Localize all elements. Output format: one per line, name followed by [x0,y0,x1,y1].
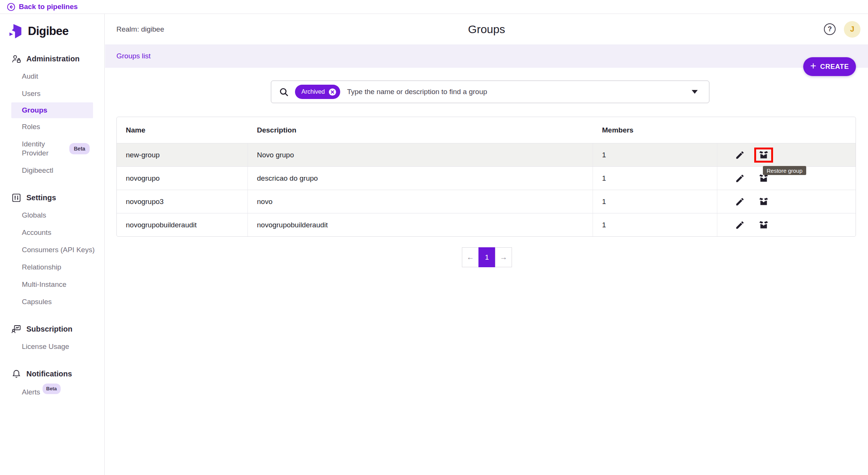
table-row-novogrupobuilderaudit: novogrupobuilderaudit novogrupobuilderau… [117,213,856,236]
subscription-header: Subscription [0,320,104,338]
sidebar-item-capsules[interactable]: Capsules [0,293,104,311]
table-row-new-group: new-group Novo grupo 1 [117,143,856,166]
search-input[interactable] [347,88,692,96]
main-content: Realm: digibee Groups ? J Groups list + … [105,14,868,475]
admin-user-lock-icon [11,54,21,64]
nav-section-administration: Administration Audit Users Groups Roles … [0,50,104,179]
tab-groups-list[interactable]: Groups list [116,52,151,60]
notifications-label: Notifications [26,370,72,378]
chip-remove-icon[interactable] [328,88,337,96]
capsules-label: Capsules [22,297,52,306]
sidebar-item-alerts[interactable]: Alerts Beta [0,383,104,402]
edit-group-button[interactable] [732,194,747,209]
tab-bar: Groups list [105,44,868,68]
settings-label: Settings [26,193,56,202]
sidebar-item-digibeectl[interactable]: Digibeectl [0,162,104,179]
realm-label: Realm: digibee [116,25,164,33]
column-header-members: Members [593,117,717,143]
nav-section-settings: Settings Globals Accounts Consumers (API… [0,189,104,311]
column-header-actions [717,117,856,143]
main-header: Realm: digibee Groups ? J [105,14,868,44]
sidebar-item-identity-provider[interactable]: Identity Provider Beta [0,135,104,162]
chip-label: Archived [301,88,325,95]
cell-name: novogrupo3 [117,190,248,213]
sidebar-item-multi-instance[interactable]: Multi-Instance [0,276,104,293]
pagination: ← 1 → [462,247,512,267]
avatar[interactable]: J [844,21,860,38]
pencil-icon [735,220,745,230]
table-row-novogrupo3: novogrupo3 novo 1 [117,190,856,213]
sidebar-item-accounts[interactable]: Accounts [0,224,104,241]
pencil-icon [735,150,745,160]
sidebar-item-roles[interactable]: Roles [0,118,104,135]
restore-group-button[interactable] [754,194,773,209]
relationship-label: Relationship [22,263,61,272]
identity-provider-beta-badge: Beta [69,143,90,154]
next-page-button[interactable]: → [495,247,512,267]
cell-name: novogrupo [117,167,248,190]
license-usage-label: License Usage [22,342,69,351]
digibee-logo-mark-icon [8,23,24,39]
groups-label: Groups [22,106,47,115]
administration-header: Administration [0,50,104,68]
sidebar: Digibee Administration Audit Users Group… [0,14,105,475]
column-header-name: Name [117,117,248,143]
page-title: Groups [468,23,505,36]
cell-name: novogrupobuilderaudit [117,213,248,236]
users-label: Users [22,89,41,98]
header-actions: ? J [824,21,860,38]
page-1-button[interactable]: 1 [478,247,495,267]
sidebar-item-globals[interactable]: Globals [0,207,104,224]
edit-group-button[interactable] [732,148,747,163]
sidebar-item-license-usage[interactable]: License Usage [0,338,104,355]
groups-table: Name Description Members new-group Novo … [116,117,856,237]
help-icon[interactable]: ? [824,23,836,35]
sidebar-item-relationship[interactable]: Relationship [0,259,104,276]
audit-label: Audit [22,72,38,81]
restore-group-button[interactable] [754,218,773,233]
cell-description: novogrupobuilderaudit [248,213,593,236]
chevron-down-icon[interactable] [692,90,698,94]
nav-section-notifications: Notifications Alerts Beta [0,365,104,402]
cell-actions [717,213,856,236]
table-header-row: Name Description Members [117,117,856,143]
search-icon [279,87,289,97]
cell-description: Novo grupo [248,143,593,166]
back-to-pipelines-link[interactable]: Back to pipelines [7,3,78,11]
consumers-label: Consumers (API Keys) [22,245,95,254]
sidebar-item-groups[interactable]: Groups [11,102,93,118]
plus-icon: + [810,61,816,71]
cell-members: 1 [593,213,717,236]
alerts-label: Alerts [22,388,40,397]
create-button[interactable]: + CREATE [803,57,856,76]
edit-group-button[interactable] [732,171,747,186]
sidebar-item-audit[interactable]: Audit [0,68,104,85]
cell-members: 1 [593,167,717,190]
identity-provider-label: Identity Provider [22,140,64,158]
cell-actions [717,143,856,166]
back-label: Back to pipelines [19,3,78,11]
tooltip-restore-group: Restore group [763,166,806,175]
multi-instance-label: Multi-Instance [22,280,66,289]
column-header-description: Description [248,117,593,143]
cell-members: 1 [593,143,717,166]
create-label: CREATE [820,63,849,71]
topbar: Back to pipelines [0,0,868,14]
filter-chip-archived[interactable]: Archived [295,85,340,99]
digibee-logo[interactable]: Digibee [8,22,104,40]
cell-description: novo [248,190,593,213]
administration-label: Administration [26,55,79,63]
search-bar: Archived [271,81,709,103]
sidebar-item-users[interactable]: Users [0,85,104,102]
restore-group-button[interactable] [754,148,773,163]
cell-description: descricao do grupo [248,167,593,190]
sidebar-item-consumers[interactable]: Consumers (API Keys) [0,241,104,259]
back-arrow-icon [7,3,15,11]
prev-page-button[interactable]: ← [462,247,479,267]
globals-label: Globals [22,211,46,220]
accounts-label: Accounts [22,228,51,237]
restore-group-icon [758,150,769,160]
bell-icon [11,369,21,379]
edit-group-button[interactable] [732,218,747,233]
settings-header: Settings [0,189,104,207]
